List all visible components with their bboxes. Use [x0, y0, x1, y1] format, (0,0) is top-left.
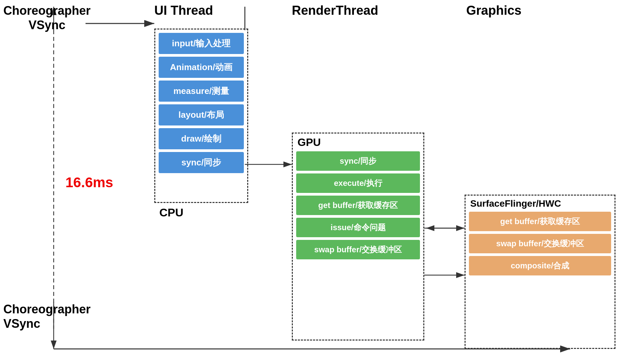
- ui-thread-header: UI Thread: [154, 3, 213, 18]
- gpu-block-getbuffer: get buffer/获取缓存区: [296, 196, 420, 215]
- render-thread-header: RenderThread: [292, 3, 378, 18]
- sf-block-swapbuffer: swap buffer/交换缓冲区: [469, 234, 611, 253]
- gpu-block-issue: issue/命令问题: [296, 218, 420, 237]
- sf-block-composite: composite/合成: [469, 256, 611, 275]
- surfaceflinger-dashed-box: SurfaceFlinger/HWC get buffer/获取缓存区 swap…: [465, 195, 615, 349]
- ui-block-sync: sync/同步: [159, 152, 244, 173]
- choreographer-vsync-bottom-label: ChoreographerVSync: [3, 302, 91, 331]
- ui-block-animation: Animation/动画: [159, 57, 244, 78]
- gpu-block-execute: execute/执行: [296, 173, 420, 193]
- gpu-block-swapbuffer: swap buffer/交换缓冲区: [296, 240, 420, 259]
- ui-block-layout: layout/布局: [159, 104, 244, 125]
- choreographer-vsync-top-label: ChoreographerVSync: [3, 3, 91, 32]
- gpu-block-sync: sync/同步: [296, 151, 420, 171]
- surfaceflinger-label: SurfaceFlinger/HWC: [466, 196, 614, 212]
- gpu-label: GPU: [293, 134, 423, 151]
- timing-label: 16.6ms: [65, 174, 113, 191]
- sf-block-getbuffer: get buffer/获取缓存区: [469, 212, 611, 231]
- cpu-label: CPU: [159, 206, 183, 219]
- diagram-container: ChoreographerVSync UI Thread RenderThrea…: [0, 0, 644, 361]
- cpu-dashed-box: input/输入处理 Animation/动画 measure/测量 layou…: [154, 29, 248, 203]
- ui-block-input: input/输入处理: [159, 33, 244, 54]
- graphics-header: Graphics: [466, 3, 522, 18]
- ui-block-draw: draw/绘制: [159, 128, 244, 149]
- ui-block-measure: measure/测量: [159, 81, 244, 102]
- gpu-dashed-box: GPU sync/同步 execute/执行 get buffer/获取缓存区 …: [292, 133, 424, 341]
